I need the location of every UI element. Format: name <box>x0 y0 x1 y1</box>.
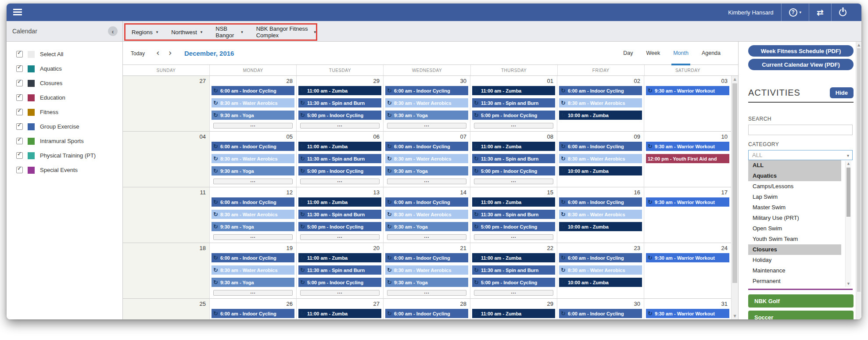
calendar-event[interactable]: ↻9:30 am - Yoga <box>212 166 294 175</box>
calendar-filter-item[interactable]: ✓Physical Training (PT) <box>7 148 122 163</box>
sidebar-collapse-button[interactable]: ‹ <box>108 26 118 36</box>
view-tab-agenda[interactable]: Agenda <box>702 42 721 64</box>
checkbox[interactable]: ✓ <box>16 65 23 72</box>
calendar-event[interactable]: ↻9:30 am - Yoga <box>385 222 468 231</box>
calendar-event[interactable]: ↻9:30 am - Warrior Workout <box>646 197 729 207</box>
more-events-button[interactable]: ... <box>300 290 380 296</box>
category-option[interactable]: Youth Swim Team <box>748 234 841 244</box>
day-cell[interactable]: 29↻11:00 am - Zumba↻11:30 am - Spin and … <box>470 299 557 319</box>
day-cell[interactable]: 01↻11:00 am - Zumba↻11:30 am - Spin and … <box>470 76 557 132</box>
category-option[interactable]: Master Swim <box>748 202 841 213</box>
day-cell[interactable]: 16↻6:00 am - Indoor Cycling↻8:30 am - Wa… <box>557 187 644 243</box>
more-events-button[interactable]: ... <box>387 234 466 240</box>
day-cell[interactable]: 27 <box>123 76 210 132</box>
day-cell[interactable]: 20↻11:00 am - Zumba↻11:30 am - Spin and … <box>297 243 384 299</box>
day-cell[interactable]: 09↻6:00 am - Indoor Cycling↻8:30 am - Wa… <box>557 132 644 187</box>
category-option[interactable]: Renovations <box>748 286 841 290</box>
day-cell[interactable]: 30↻6:00 am - Indoor Cycling↻8:30 am - Wa… <box>384 76 470 132</box>
day-cell[interactable]: 29↻11:00 am - Zumba↻11:30 am - Spin and … <box>297 76 384 132</box>
calendar-event[interactable]: ↻8:30 am - Water Aerobics <box>385 210 468 219</box>
calendar-event[interactable]: ↻11:00 am - Zumba <box>472 197 555 207</box>
more-events-button[interactable]: ... <box>300 234 380 240</box>
day-cell[interactable]: 18 <box>123 243 210 299</box>
category-dropdown[interactable]: ALL ▾ <box>748 150 853 160</box>
calendar-event[interactable]: ↻11:30 am - Spin and Burn <box>298 265 381 275</box>
day-cell[interactable]: 25 <box>123 299 210 319</box>
calendar-event[interactable]: ↻9:30 am - Yoga <box>212 278 294 287</box>
scroll-up-icon[interactable]: ▲ <box>846 161 851 167</box>
calendar-event[interactable]: ↻9:30 am - Yoga <box>385 166 468 175</box>
calendar-event[interactable]: ↻8:30 am - Water Aerobics <box>385 265 468 275</box>
calendar-scrollbar[interactable]: ▲ ▼ <box>731 76 738 319</box>
day-cell[interactable]: 14↻6:00 am - Indoor Cycling↻8:30 am - Wa… <box>384 187 470 243</box>
calendar-event[interactable]: ↻6:00 am - Indoor Cycling <box>385 142 468 151</box>
calendar-event[interactable]: ↻6:00 am - Indoor Cycling <box>559 309 642 318</box>
calendar-event[interactable]: ↻11:30 am - Spin and Burn <box>298 98 381 107</box>
more-events-button[interactable]: ... <box>474 123 553 129</box>
calendar-event[interactable]: ↻11:00 am - Zumba <box>298 197 381 207</box>
more-events-button[interactable]: ... <box>213 123 293 129</box>
calendar-event[interactable]: ↻9:30 am - Yoga <box>212 111 294 120</box>
facility-button[interactable]: NBK Golf <box>748 294 854 308</box>
calendar-event[interactable]: ↻8:30 am - Water Aerobics <box>559 98 642 107</box>
calendar-filter-item[interactable]: ✓Special Events <box>7 163 122 177</box>
calendar-event[interactable]: ↻6:00 am - Indoor Cycling <box>212 197 294 207</box>
logout-power-icon[interactable] <box>839 9 846 16</box>
calendar-event[interactable]: ↻6:00 am - Indoor Cycling <box>212 142 294 151</box>
calendar-filter-item[interactable]: ✓Group Exercise <box>7 119 122 134</box>
checkbox[interactable]: ✓ <box>16 94 23 101</box>
day-cell[interactable]: 24↻9:30 am - Warrior Workout <box>644 243 731 299</box>
calendar-event[interactable]: ↻8:30 am - Water Aerobics <box>385 154 468 163</box>
calendar-event[interactable]: ↻11:30 am - Spin and Burn <box>472 98 555 107</box>
calendar-event[interactable]: ↻11:00 am - Zumba <box>472 309 555 318</box>
checkbox[interactable]: ✓ <box>16 109 23 115</box>
calendar-event[interactable]: ↻11:00 am - Zumba <box>298 253 381 262</box>
day-cell[interactable]: 19↻6:00 am - Indoor Cycling↻8:30 am - Wa… <box>210 243 297 299</box>
checkbox[interactable]: ✓ <box>16 51 23 57</box>
calendar-event[interactable]: ↻5:00 pm - Indoor Cycling <box>472 111 555 120</box>
day-cell[interactable]: 07↻6:00 am - Indoor Cycling↻8:30 am - Wa… <box>384 132 470 187</box>
day-cell[interactable]: 27↻11:00 am - Zumba↻11:30 am - Spin and … <box>297 299 384 319</box>
checkbox[interactable]: ✓ <box>16 167 23 173</box>
day-cell[interactable]: 03↻9:30 am - Warrior Workout <box>644 76 731 132</box>
day-cell[interactable]: 28↻6:00 am - Indoor Cycling↻8:30 am - Wa… <box>384 299 470 319</box>
day-cell[interactable]: 21↻6:00 am - Indoor Cycling↻8:30 am - Wa… <box>384 243 470 299</box>
scroll-down-icon[interactable]: ▼ <box>732 313 738 319</box>
day-cell[interactable]: 02↻6:00 am - Indoor Cycling↻8:30 am - Wa… <box>557 76 644 132</box>
calendar-event[interactable]: ↻11:30 am - Spin and Burn <box>472 154 555 163</box>
scroll-up-icon[interactable]: ▲ <box>856 42 861 48</box>
more-events-button[interactable]: ... <box>300 179 380 184</box>
calendar-event[interactable]: ↻6:00 am - Indoor Cycling <box>385 309 468 318</box>
calendar-event[interactable]: ↻11:00 am - Zumba <box>298 86 381 95</box>
calendar-event[interactable]: 12:00 pm - Youth First Aid and <box>646 154 729 163</box>
calendar-event[interactable]: ↻8:30 am - Water Aerobics <box>559 154 642 163</box>
scrollbar-thumb[interactable] <box>857 48 861 292</box>
calendar-event[interactable]: ↻8:30 am - Water Aerobics <box>385 98 468 107</box>
more-events-button[interactable]: ... <box>213 290 293 296</box>
calendar-event[interactable]: ↻6:00 am - Indoor Cycling <box>559 142 642 151</box>
calendar-event[interactable]: ↻6:00 am - Indoor Cycling <box>212 86 294 95</box>
category-option[interactable]: Open Swim <box>748 223 841 234</box>
day-cell[interactable]: 15↻11:00 am - Zumba↻11:30 am - Spin and … <box>470 187 557 243</box>
hamburger-menu-icon[interactable] <box>13 9 23 17</box>
calendar-filter-item[interactable]: ✓Aquatics <box>7 61 122 76</box>
calendar-event[interactable]: ↻9:30 am - Warrior Workout <box>646 86 729 95</box>
checkbox[interactable]: ✓ <box>16 138 23 144</box>
calendar-filter-item[interactable]: ✓Fitness <box>7 105 122 119</box>
calendar-event[interactable]: ↻8:30 am - Water Aerobics <box>212 265 294 275</box>
calendar-event[interactable]: ↻10:00 am - Zumba <box>559 111 642 120</box>
calendar-event[interactable]: ↻5:00 pm - Indoor Cycling <box>472 278 555 287</box>
more-events-button[interactable]: ... <box>474 234 553 240</box>
calendar-event[interactable]: ↻11:00 am - Zumba <box>472 86 555 95</box>
view-tab-day[interactable]: Day <box>623 42 633 64</box>
scroll-up-icon[interactable]: ▲ <box>732 76 738 82</box>
view-tab-week[interactable]: Week <box>646 42 660 64</box>
calendar-filter-item[interactable]: ✓Education <box>7 90 122 105</box>
calendar-event[interactable]: ↻8:30 am - Water Aerobics <box>212 98 294 107</box>
calendar-event[interactable]: ↻9:30 am - Yoga <box>385 111 468 120</box>
calendar-event[interactable]: ↻11:00 am - Zumba <box>472 253 555 262</box>
day-cell[interactable]: 05↻6:00 am - Indoor Cycling↻8:30 am - Wa… <box>210 132 297 187</box>
day-cell[interactable]: 23↻6:00 am - Indoor Cycling↻8:30 am - Wa… <box>557 243 644 299</box>
category-option[interactable]: Closures <box>748 244 841 255</box>
day-cell[interactable]: 08↻11:00 am - Zumba↻11:30 am - Spin and … <box>470 132 557 187</box>
